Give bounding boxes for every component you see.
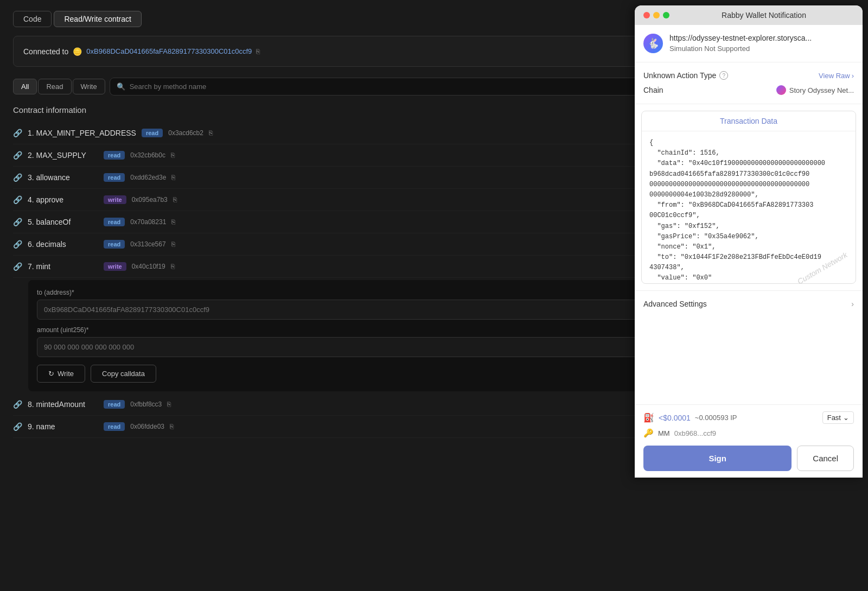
action-type-row: Unknown Action Type ? View Raw › (643, 71, 854, 80)
view-raw-button[interactable]: View Raw › (819, 72, 854, 80)
gas-detail-value: ~0.000593 IP (695, 414, 737, 422)
method-name-2: 2. MAX_SUPPLY (28, 151, 98, 160)
method-hash-5: 0x70a08231 (130, 218, 166, 226)
close-window-button[interactable] (643, 12, 650, 18)
method-hash-7: 0x40c10f19 (132, 263, 165, 270)
wallet-titlebar: Rabby Wallet Notification (635, 5, 863, 25)
sign-button[interactable]: Sign (643, 446, 792, 471)
method-badge-1: read (142, 129, 163, 137)
method-badge-3: read (104, 173, 125, 182)
link-icon-3: 🔗 (13, 173, 22, 182)
from-label: MM (658, 429, 670, 437)
chain-name: Story Odyssey Net... (789, 86, 854, 94)
method-name-1: 1. MAX_MINT_PER_ADDRESS (28, 129, 136, 137)
advanced-settings-row[interactable]: Advanced Settings › (635, 290, 863, 317)
method-name-4: 4. approve (28, 195, 98, 204)
method-badge-4: write (104, 195, 126, 204)
view-raw-chevron-icon: › (852, 72, 854, 80)
copy-hash-4[interactable]: ⎘ (173, 196, 177, 204)
copy-hash-3[interactable]: ⎘ (171, 174, 175, 181)
from-address: 0xb968...ccf9 (674, 429, 716, 437)
copy-calldata-button[interactable]: Copy calldata (91, 365, 156, 383)
method-badge-6: read (104, 240, 125, 249)
method-name-6: 6. decimals (28, 240, 98, 249)
wallet-action-buttons: Sign Cancel (643, 446, 854, 471)
method-hash-4: 0x095ea7b3 (132, 196, 168, 204)
minimize-window-button[interactable] (653, 12, 660, 18)
method-hash-6: 0x313ce567 (130, 240, 165, 248)
from-row: 🔑 MM 0xb968...ccf9 (643, 428, 854, 438)
traffic-lights (643, 12, 669, 18)
filter-all[interactable]: All (13, 79, 37, 94)
from-icon: 🔑 (643, 428, 654, 438)
wallet-panel: Rabby Wallet Notification 🐇 https://odys… (635, 5, 863, 478)
wallet-action-section: Unknown Action Type ? View Raw › Chain S… (635, 62, 863, 104)
action-type: Unknown Action Type ? (643, 71, 728, 80)
copy-hash-1[interactable]: ⎘ (209, 129, 213, 137)
cancel-button[interactable]: Cancel (797, 446, 854, 471)
wallet-url: https://odyssey-testnet-explorer.storysc… (669, 34, 854, 42)
write-spinner-icon: ↻ (48, 370, 54, 378)
link-icon-7: 🔗 (13, 262, 22, 271)
wallet-body: 🐇 https://odyssey-testnet-explorer.story… (635, 25, 863, 404)
write-button[interactable]: ↻ Write (37, 365, 85, 383)
tx-data-body[interactable]: { "chainId": 1516, "data": "0x40c10f1900… (642, 131, 856, 283)
gas-speed-selector[interactable]: Fast ⌄ (822, 411, 854, 424)
filter-write[interactable]: Write (73, 79, 105, 94)
method-hash-3: 0xdd62ed3e (130, 174, 166, 181)
code-tab[interactable]: Code (13, 11, 52, 27)
tx-data-header: Transaction Data (642, 111, 856, 131)
read-write-tab[interactable]: Read/Write contract (54, 11, 141, 27)
link-icon-1: 🔗 (13, 129, 22, 137)
link-icon-9: 🔗 (13, 422, 22, 431)
gas-icon: ⛽ (643, 412, 654, 423)
chain-row: Chain Story Odyssey Net... (643, 85, 854, 95)
copy-hash-2[interactable]: ⎘ (171, 151, 175, 159)
action-type-label: Unknown Action Type (643, 71, 716, 80)
method-name-7: 7. mint (28, 262, 98, 271)
link-icon-5: 🔗 (13, 218, 22, 226)
copy-hash-8[interactable]: ⎘ (167, 401, 171, 408)
sim-not-supported-text: Simulation Not Supported (669, 45, 854, 53)
link-icon-4: 🔗 (13, 195, 22, 204)
gas-speed-label: Fast (827, 414, 841, 422)
method-badge-8: read (104, 400, 125, 409)
filter-buttons: All Read Write (13, 79, 105, 94)
copy-hash-7[interactable]: ⎘ (171, 263, 175, 270)
wallet-panel-title: Rabby Wallet Notification (674, 11, 854, 20)
copy-address-icon[interactable]: ⎘ (256, 48, 260, 55)
method-hash-9: 0x06fdde03 (130, 423, 164, 430)
chain-icon (776, 85, 786, 95)
connection-emoji: 🪙 (73, 47, 82, 56)
maximize-window-button[interactable] (663, 12, 669, 18)
copy-hash-6[interactable]: ⎘ (171, 240, 175, 248)
filter-read[interactable]: Read (38, 79, 71, 94)
method-badge-2: read (104, 151, 125, 160)
method-hash-8: 0xfbbf8cc3 (130, 401, 162, 408)
connected-address: 0xB968DCaD041665faFA8289177330300C01c0cc… (86, 47, 252, 55)
link-icon-2: 🔗 (13, 151, 22, 160)
gas-fee-row: ⛽ <$0.0001 ~0.000593 IP Fast ⌄ (643, 411, 854, 424)
wallet-site-info: https://odyssey-testnet-explorer.storysc… (669, 34, 854, 53)
chain-label: Chain (643, 86, 663, 94)
chain-value: Story Odyssey Net... (776, 85, 854, 95)
method-badge-5: read (104, 218, 125, 226)
link-icon-8: 🔗 (13, 400, 22, 409)
wallet-header: 🐇 https://odyssey-testnet-explorer.story… (635, 25, 863, 62)
method-name-9: 9. name (28, 422, 98, 431)
method-hash-2: 0x32cb6b0c (130, 151, 165, 159)
copy-hash-9[interactable]: ⎘ (170, 423, 174, 430)
method-hash-1: 0x3acd6cb2 (168, 129, 203, 137)
method-name-8: 8. mintedAmount (28, 400, 98, 409)
wallet-bottom: ⛽ <$0.0001 ~0.000593 IP Fast ⌄ 🔑 MM 0xb9… (635, 404, 863, 478)
connection-label: Connected to (23, 47, 68, 56)
tx-data-section: Transaction Data { "chainId": 1516, "dat… (641, 111, 856, 284)
gas-price-value: <$0.0001 (659, 414, 691, 422)
help-icon[interactable]: ? (719, 71, 728, 80)
link-icon-6: 🔗 (13, 240, 22, 249)
method-badge-7: write (104, 262, 126, 271)
copy-hash-5[interactable]: ⎘ (171, 218, 175, 226)
gas-speed-chevron-icon: ⌄ (843, 414, 849, 422)
method-name-3: 3. allowance (28, 173, 98, 182)
advanced-settings-arrow-icon: › (851, 300, 854, 308)
